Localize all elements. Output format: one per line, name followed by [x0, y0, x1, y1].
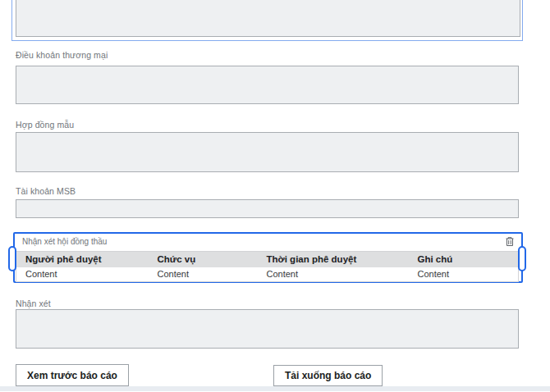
column-header: Người phê duyệt	[16, 252, 149, 267]
table-cell: Content	[258, 267, 409, 282]
preview-report-button[interactable]: Xem trước báo cáo	[16, 364, 129, 386]
table-header-row: Người phê duyệt Chức vụ Thời gian phê du…	[16, 252, 519, 267]
download-report-button[interactable]: Tải xuống báo cáo	[273, 365, 383, 386]
table-row: Content Content Content Content	[16, 267, 519, 282]
comment-textarea[interactable]	[16, 309, 519, 349]
table-cell: Content	[149, 267, 258, 282]
msb-account-label: Tài khoản MSB	[16, 186, 76, 196]
msb-account-input[interactable]	[16, 199, 519, 218]
column-header: Chức vụ	[149, 252, 258, 267]
contract-template-label: Hợp đồng mẫu	[16, 120, 74, 130]
horizontal-scrollbar[interactable]	[0, 386, 550, 391]
delete-component-button[interactable]	[504, 236, 516, 248]
report-form-page: Điều khoản thương mại Hợp đồng mẫu Tài k…	[0, 0, 550, 392]
selected-component-committee-table[interactable]: Nhận xét hội đồng thầu	[13, 232, 523, 283]
commercial-terms-label: Điều khoản thương mại	[16, 50, 108, 60]
table-cell: Content	[409, 267, 519, 282]
committee-comments-table: Người phê duyệt Chức vụ Thời gian phê du…	[16, 251, 519, 282]
contract-template-textarea[interactable]	[16, 132, 519, 172]
column-header: Ghi chú	[409, 252, 519, 267]
trash-icon	[505, 237, 515, 249]
column-header: Thời gian phê duyệt	[258, 252, 409, 267]
top-textarea[interactable]	[16, 0, 520, 37]
committee-comments-label: Nhận xét hội đồng thầu	[22, 237, 107, 246]
commercial-terms-textarea[interactable]	[16, 66, 519, 104]
left-resize-handle[interactable]	[8, 246, 16, 271]
table-cell: Content	[16, 267, 149, 282]
comment-label: Nhận xét	[16, 299, 51, 308]
right-resize-handle[interactable]	[518, 246, 526, 271]
